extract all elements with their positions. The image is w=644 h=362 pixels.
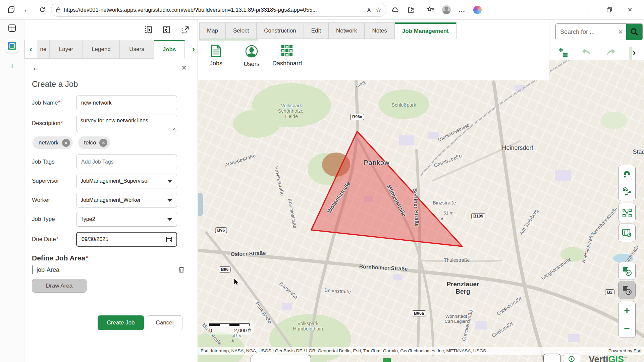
- refresh-map-area-button[interactable]: [618, 224, 636, 242]
- close-window-button[interactable]: ✕: [621, 3, 639, 16]
- panel-tab-cut[interactable]: ne: [37, 40, 50, 59]
- tab-map[interactable]: Map: [199, 22, 226, 39]
- tag-chip-network: network✕: [33, 136, 73, 149]
- esri-link[interactable]: Esri: [634, 348, 641, 353]
- supervisor-select[interactable]: JobManagement_Supervisor: [76, 174, 177, 188]
- form-back-button[interactable]: ←: [32, 63, 40, 72]
- define-area-heading: Define Job Area*: [32, 254, 187, 262]
- supervisor-row: Supervisor JobManagement_Supervisor: [32, 174, 187, 188]
- cloud-sync-icon[interactable]: [388, 3, 402, 16]
- delete-area-icon[interactable]: [178, 266, 185, 274]
- dock-left-icon[interactable]: [145, 26, 152, 34]
- worker-select[interactable]: JobManagement_Worker: [76, 193, 177, 207]
- form-actions: Create Job Cancel: [32, 315, 187, 330]
- app-shortcut-icon[interactable]: [5, 39, 19, 53]
- tabs-scroll-right[interactable]: ›: [192, 44, 195, 54]
- undo-button[interactable]: [580, 47, 593, 58]
- job-name-input[interactable]: [80, 100, 173, 106]
- snapping-toggle-button[interactable]: [622, 169, 632, 180]
- url-bar[interactable]: https://dev001-networks.apps.vertigisstu…: [51, 3, 386, 17]
- remove-tag-icon[interactable]: ✕: [99, 139, 107, 147]
- panel-tab-legend[interactable]: Legend: [83, 40, 120, 59]
- workspaces-icon[interactable]: [5, 3, 18, 16]
- tab-network[interactable]: Network: [329, 22, 365, 39]
- zoom-in-button[interactable]: +: [624, 305, 630, 315]
- expand-panel-chevron[interactable]: ›: [633, 47, 636, 58]
- job-area-item[interactable]: job-Area: [32, 265, 59, 274]
- panel-tab-layer[interactable]: Layer: [50, 40, 83, 59]
- panel-collapse-handle[interactable]: [198, 193, 203, 216]
- create-job-form: ← ✕ Create a Job Job Name* Description* …: [24, 59, 198, 330]
- bottom-button-partial[interactable]: [543, 354, 561, 362]
- collapsed-panel-strip: [629, 47, 632, 60]
- create-job-button[interactable]: Create Job: [98, 315, 144, 330]
- restore-button[interactable]: [600, 3, 619, 16]
- resize-handle-icon[interactable]: [172, 127, 176, 131]
- toolbar-dashboard-button[interactable]: Dashboard: [272, 42, 302, 68]
- selection-bar: [32, 265, 33, 274]
- favorites-bar-icon[interactable]: [424, 3, 438, 16]
- vertigis-logo: VertiGIS™: [589, 354, 627, 362]
- toolbar-jobs-button[interactable]: Jobs: [201, 42, 231, 68]
- tab-activity-icon[interactable]: [8, 24, 16, 33]
- form-close-button[interactable]: ✕: [181, 64, 187, 72]
- users-icon: [245, 45, 258, 58]
- supervisor-label: Supervisor: [32, 178, 76, 184]
- job-type-select[interactable]: Type2: [76, 212, 177, 227]
- tabs-scroll-left[interactable]: ‹: [24, 40, 37, 59]
- panel-tab-users[interactable]: Users: [120, 40, 154, 59]
- tab-notes[interactable]: Notes: [365, 22, 394, 39]
- open-new-window-icon[interactable]: [181, 26, 189, 34]
- due-date-input[interactable]: [76, 232, 177, 247]
- bottom-toolbar-partial[interactable]: [251, 355, 311, 362]
- tab-select[interactable]: Select: [226, 22, 257, 39]
- job-name-row: Job Name*: [32, 96, 187, 110]
- bottom-locate-button-partial[interactable]: [563, 354, 580, 362]
- next-extent-button[interactable]: [618, 281, 636, 299]
- calendar-icon[interactable]: [166, 236, 172, 243]
- draw-area-button[interactable]: Draw Area: [32, 279, 87, 293]
- tab-construction[interactable]: Construction: [257, 22, 304, 39]
- trace-snapping-button[interactable]: [622, 186, 632, 198]
- back-button[interactable]: ←: [20, 3, 34, 16]
- job-name-label: Job Name*: [32, 100, 76, 106]
- chevron-down-icon: [167, 199, 172, 202]
- favorite-star-icon[interactable]: ☆: [376, 6, 381, 14]
- form-title: Create a Job: [32, 79, 187, 89]
- powered-by: Powered by Esri: [608, 348, 641, 353]
- search-button[interactable]: [626, 23, 642, 40]
- chevron-down-icon: [167, 180, 172, 183]
- redo-button[interactable]: [604, 47, 617, 58]
- toolbar-dashboard-label: Dashboard: [272, 60, 302, 67]
- add-to-results-button[interactable]: [557, 47, 570, 59]
- sketch-area-button[interactable]: [618, 203, 636, 222]
- bottom-green-icon[interactable]: [383, 358, 391, 362]
- url-text[interactable]: https://dev001-networks.apps.vertigisstu…: [64, 7, 364, 13]
- profile-avatar[interactable]: [440, 3, 453, 16]
- job-tags-row: Job Tags: [32, 155, 187, 169]
- map-actions-row: ›: [549, 46, 644, 60]
- description-input[interactable]: survey for new network lines: [76, 115, 177, 132]
- lock-icon: [56, 7, 60, 12]
- toolbar-users-button[interactable]: Users: [237, 42, 266, 68]
- read-aloud-icon[interactable]: Aⁿ: [367, 6, 372, 13]
- search-input[interactable]: [556, 28, 615, 36]
- job-tags-input[interactable]: [80, 159, 173, 165]
- dock-right-icon[interactable]: [163, 26, 170, 34]
- settings-dots-icon[interactable]: ...: [455, 3, 469, 16]
- refresh-button[interactable]: [36, 3, 49, 16]
- cancel-button[interactable]: Cancel: [147, 315, 182, 330]
- remove-tag-icon[interactable]: ✕: [62, 139, 70, 147]
- tab-edit[interactable]: Edit: [304, 22, 329, 39]
- search-panel: ✕ ›: [549, 20, 644, 60]
- zoom-out-button[interactable]: −: [624, 323, 630, 334]
- minimize-button[interactable]: –: [579, 3, 598, 16]
- copilot-icon[interactable]: [471, 3, 484, 16]
- search-icon: [630, 27, 639, 36]
- add-sidebar-item-icon[interactable]: +: [9, 61, 14, 71]
- tab-job-management[interactable]: Job Management: [395, 22, 457, 39]
- panel-tab-jobs[interactable]: Jobs: [154, 40, 185, 59]
- previous-extent-button[interactable]: [618, 262, 636, 280]
- search-clear-icon[interactable]: ✕: [615, 28, 626, 36]
- extensions-icon[interactable]: [404, 3, 417, 16]
